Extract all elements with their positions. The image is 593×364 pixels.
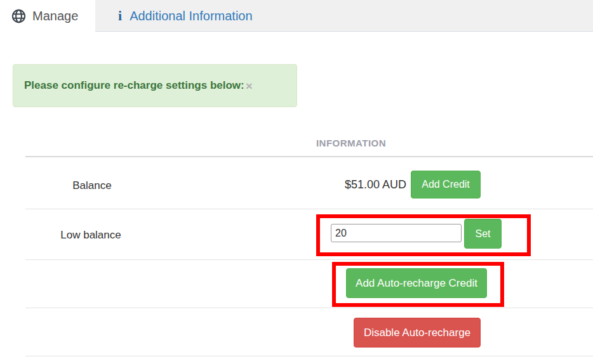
set-button[interactable]: Set <box>464 219 502 249</box>
divider <box>25 308 593 308</box>
divider <box>25 259 593 260</box>
page: i Additional Information Manage Please c… <box>0 0 593 364</box>
divider <box>25 356 593 356</box>
add-auto-recharge-credit-button[interactable]: Add Auto-recharge Credit <box>346 268 487 298</box>
tab-manage[interactable]: Manage <box>0 0 95 32</box>
low-balance-row-label: Low balance <box>27 229 154 242</box>
alert-close-icon[interactable]: × <box>246 80 253 92</box>
tab-bar: i Additional Information Manage <box>0 0 593 32</box>
tab-manage-label: Manage <box>32 9 78 23</box>
recharge-settings-alert: Please configure re-charge settings belo… <box>13 64 297 107</box>
divider <box>25 209 593 209</box>
info-icon: i <box>118 9 122 23</box>
add-credit-button[interactable]: Add Credit <box>411 171 481 198</box>
alert-message: Please configure re-charge settings belo… <box>24 79 244 92</box>
low-balance-input[interactable] <box>331 224 462 242</box>
disable-auto-recharge-button[interactable]: Disable Auto-recharge <box>354 318 481 348</box>
tab-additional-information[interactable]: i Additional Information <box>95 0 253 32</box>
information-column-header: INFORMATION <box>256 138 446 148</box>
balance-row-label: Balance <box>29 179 156 192</box>
tab-additional-information-label: Additional Information <box>130 9 252 23</box>
globe-icon <box>11 9 26 23</box>
divider <box>25 156 593 157</box>
balance-amount: $51.00 AUD <box>345 171 406 198</box>
